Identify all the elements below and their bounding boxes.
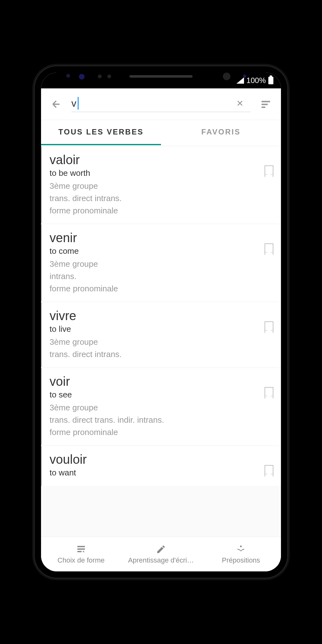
back-button[interactable] — [47, 95, 65, 113]
svg-rect-4 — [77, 548, 85, 550]
nav-writing[interactable]: Aprentissage d'écri… — [121, 537, 201, 571]
nav-label: Prépositions — [222, 556, 260, 564]
verb-name: voir — [50, 374, 259, 389]
text-cursor — [78, 97, 79, 110]
verb-form: forme pronominale — [50, 283, 259, 295]
tab-all-verbs[interactable]: TOUS LES VERBES — [41, 120, 161, 145]
bookmark-icon[interactable] — [265, 321, 273, 333]
search-bar — [41, 88, 281, 120]
verb-translation: to come — [50, 246, 259, 256]
verb-item[interactable]: vouloir to want — [41, 446, 281, 486]
verb-translation: to see — [50, 390, 259, 400]
reader-icon — [235, 544, 247, 554]
verb-list[interactable]: valoir to be worth 3ème groupe trans. di… — [41, 145, 281, 537]
nav-form-choice[interactable]: Choix de forme — [41, 537, 121, 571]
bookmark-icon[interactable] — [265, 243, 273, 255]
bookmark-icon[interactable] — [265, 165, 273, 177]
verb-name: valoir — [50, 153, 259, 167]
verb-transitivity: intrans. — [50, 270, 259, 283]
verb-group: 3ème groupe — [50, 180, 259, 192]
verb-group: 3ème groupe — [50, 336, 259, 348]
search-input[interactable] — [71, 96, 229, 110]
form-icon — [75, 544, 87, 554]
verb-name: venir — [50, 231, 259, 245]
nav-prepositions[interactable]: Prépositions — [201, 537, 281, 571]
verb-translation: to be worth — [50, 168, 259, 178]
verb-translation: to live — [50, 324, 259, 334]
svg-rect-3 — [77, 546, 85, 547]
tabs: TOUS LES VERBES FAVORIS — [41, 120, 281, 145]
svg-point-5 — [240, 546, 242, 547]
svg-rect-1 — [262, 104, 268, 105]
sort-button[interactable] — [257, 95, 275, 113]
bookmark-icon[interactable] — [265, 387, 273, 398]
clear-button[interactable] — [229, 99, 251, 108]
verb-name: vouloir — [50, 452, 259, 467]
tab-favorites[interactable]: FAVORIS — [161, 120, 281, 145]
verb-name: vivre — [50, 309, 259, 323]
verb-item[interactable]: venir to come 3ème groupe intrans. forme… — [41, 224, 281, 301]
battery-icon — [268, 77, 273, 84]
nav-label: Aprentissage d'écri… — [128, 556, 194, 564]
nav-label: Choix de forme — [57, 556, 104, 564]
svg-rect-2 — [262, 106, 265, 108]
battery-percentage: 100% — [247, 76, 266, 85]
verb-form: forme pronominale — [50, 205, 259, 217]
signal-icon — [236, 77, 244, 84]
verb-item[interactable]: valoir to be worth 3ème groupe trans. di… — [41, 146, 281, 223]
verb-translation: to want — [50, 468, 259, 478]
svg-rect-0 — [262, 101, 270, 102]
verb-item[interactable]: vivre to live 3ème groupe trans. direct … — [41, 302, 281, 367]
verb-transitivity: trans. direct intrans. — [50, 192, 259, 205]
verb-transitivity: trans. direct trans. indir. intrans. — [50, 414, 259, 426]
verb-item[interactable]: voir to see 3ème groupe trans. direct tr… — [41, 368, 281, 445]
verb-group: 3ème groupe — [50, 402, 259, 414]
verb-group: 3ème groupe — [50, 258, 259, 270]
verb-transitivity: trans. direct intrans. — [50, 348, 259, 361]
verb-form: forme pronominale — [50, 426, 259, 438]
bookmark-icon[interactable] — [265, 465, 273, 476]
pencil-icon — [156, 544, 166, 554]
bottom-nav: Choix de forme Aprentissage d'écri… P — [41, 537, 281, 571]
